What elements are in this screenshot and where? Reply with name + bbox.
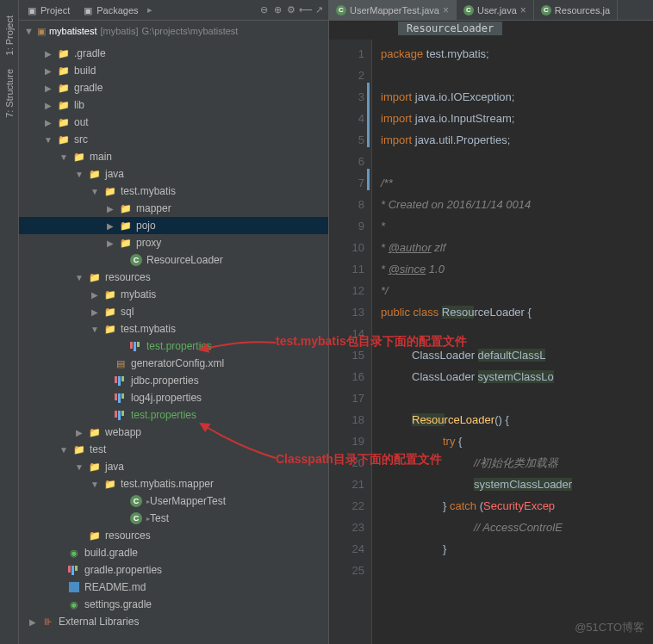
tree-proxy[interactable]: ▶📁proxy	[19, 234, 328, 251]
gradle-icon: ◉	[67, 598, 81, 611]
code-area[interactable]: 1234567891011121314151617181920212223242…	[329, 40, 653, 644]
class-icon: C	[129, 494, 143, 508]
tree-test-java[interactable]: ▼📁java	[19, 458, 328, 475]
project-breadcrumb: ▼ ▣ mybatistest [mybatis] G:\projects\my…	[19, 21, 328, 41]
package-icon: 📁	[119, 236, 133, 250]
class-icon: C	[336, 5, 346, 15]
tree-res-sql[interactable]: ▶📁sql	[19, 303, 328, 320]
tree-log4jprops[interactable]: log4j.properties	[19, 389, 328, 406]
package-icon: 📁	[103, 477, 117, 491]
class-icon: C	[541, 5, 551, 15]
xml-icon: ▤	[114, 356, 127, 370]
editor-tab-1[interactable]: CUserMapperTest.java×	[329, 0, 457, 20]
folder-icon: 📁	[57, 115, 71, 129]
tree-extlibs[interactable]: ▶⊪External Libraries	[19, 613, 328, 630]
folder-icon: 📁	[103, 288, 117, 301]
folder-icon: 📁	[57, 81, 71, 95]
editor-area: CUserMapperTest.java× CUser.java× CResou…	[329, 0, 653, 644]
project-icon: ▣	[28, 5, 38, 15]
tree-mapper[interactable]: ▶📁mapper	[19, 200, 328, 217]
tree-pojo[interactable]: ▶📁pojo	[19, 217, 328, 234]
tree-gradleprops[interactable]: gradle.properties	[19, 561, 328, 579]
tree-testprops-1[interactable]: test.properties	[19, 337, 328, 355]
tree-test[interactable]: ▼📁test	[19, 441, 328, 458]
folder-icon: 📁	[72, 150, 86, 164]
properties-icon	[114, 391, 127, 405]
project-view-tab[interactable]: ▣Project	[22, 3, 75, 17]
package-icon: 📁	[103, 184, 117, 198]
tree-lib[interactable]: ▶📁lib	[19, 96, 328, 114]
properties-icon	[114, 374, 127, 387]
class-icon: C	[129, 253, 143, 267]
tree-jdbcprops[interactable]: jdbc.properties	[19, 372, 328, 389]
folder-icon: 📁	[72, 443, 86, 456]
tree-buildgradle[interactable]: ◉build.gradle	[19, 544, 328, 561]
properties-icon	[67, 563, 81, 577]
library-icon: ⊪	[41, 615, 55, 629]
properties-icon	[129, 339, 143, 353]
target-icon[interactable]: ⊕	[271, 4, 283, 16]
tree-readme[interactable]: README.md	[19, 579, 328, 596]
tree-settingsgradle[interactable]: ◉settings.gradle	[19, 596, 328, 613]
tree-java[interactable]: ▼📁java	[19, 165, 328, 183]
packages-view-tab[interactable]: ▣Packages	[78, 3, 143, 17]
close-icon[interactable]: ×	[520, 4, 526, 16]
properties-icon	[114, 408, 127, 422]
dropdown-arrow-icon[interactable]: ▸	[147, 4, 152, 15]
tree-test-mybatis[interactable]: ▼📁test.mybatis	[19, 183, 328, 200]
tree-test-resources[interactable]: 📁resources	[19, 527, 328, 544]
tree-generatorconfig[interactable]: ▤generatorConfig.xml	[19, 355, 328, 372]
resources-folder-icon: 📁	[88, 270, 102, 284]
folder-icon: 📁	[57, 46, 71, 60]
tree-build[interactable]: ▶📁build	[19, 62, 328, 79]
hide-icon[interactable]: ⟵	[299, 4, 311, 16]
folder-icon: 📁	[103, 305, 117, 319]
folder-icon: 📁	[88, 425, 102, 439]
module-name: mybatistest	[49, 26, 97, 36]
tree-webapp[interactable]: ▶📁webapp	[19, 424, 328, 441]
markdown-icon	[67, 580, 81, 594]
tree-resources[interactable]: ▼📁resources	[19, 269, 328, 286]
folder-icon: 📁	[103, 322, 117, 336]
src-folder-icon: 📁	[88, 167, 102, 181]
class-icon: C	[463, 5, 474, 15]
tree-testprops-2[interactable]: test.properties	[19, 406, 328, 424]
resources-folder-icon: 📁	[88, 529, 102, 542]
folder-icon: 📁	[57, 98, 71, 112]
module-icon: ▣	[37, 26, 46, 37]
project-panel: ▣Project ▣Packages ▸ ⊖ ⊕ ⚙ ⟵ ↗ ▼ ▣ mybat…	[19, 0, 329, 644]
packages-icon: ▣	[84, 5, 94, 15]
editor-tab-2[interactable]: CUser.java×	[457, 0, 534, 20]
class-icon: C	[129, 511, 143, 525]
tree-src[interactable]: ▼📁src	[19, 131, 328, 148]
editor-tabs: CUserMapperTest.java× CUser.java× CResou…	[329, 0, 653, 21]
tree-out[interactable]: ▶📁out	[19, 114, 328, 131]
editor-tab-3[interactable]: CResources.ja	[534, 0, 618, 20]
tree-main[interactable]: ▼📁main	[19, 148, 328, 165]
tree-usermappertest[interactable]: C▸UserMapperTest	[19, 492, 328, 510]
code-breadcrumb[interactable]: ResourceLoader	[329, 21, 653, 40]
panel-header: ▣Project ▣Packages ▸ ⊖ ⊕ ⚙ ⟵ ↗	[19, 0, 328, 21]
structure-side-tab[interactable]: 7: Structure	[3, 62, 16, 125]
close-icon[interactable]: ×	[443, 4, 449, 16]
tree-resourceloader[interactable]: CResourceLoader	[19, 251, 328, 269]
folder-icon: 📁	[57, 64, 71, 77]
tree-res-mybatis[interactable]: ▶📁mybatis	[19, 286, 328, 303]
arrow-icon[interactable]: ↗	[313, 4, 325, 16]
tree-testclass[interactable]: C▸Test	[19, 510, 328, 527]
project-side-tab[interactable]: 1: Project	[3, 9, 16, 62]
tree-gradle-dir[interactable]: ▶📁.gradle	[19, 45, 328, 62]
collapse-icon[interactable]: ⊖	[258, 4, 270, 16]
test-src-icon: 📁	[88, 460, 102, 474]
src-folder-icon: 📁	[57, 133, 71, 146]
gear-icon[interactable]: ⚙	[285, 4, 297, 16]
watermark: @51CTO博客	[575, 620, 644, 635]
editor-gutter: 1234567891011121314151617181920212223242…	[329, 40, 372, 644]
project-tree: ▶📁.gradle ▶📁build ▶📁gradle ▶📁lib ▶📁out ▼…	[19, 41, 328, 644]
tree-res-testmybatis[interactable]: ▼📁test.mybatis	[19, 320, 328, 337]
package-icon: 📁	[119, 201, 133, 215]
tree-gradle[interactable]: ▶📁gradle	[19, 79, 328, 96]
code-content[interactable]: package test.mybatis; import java.io.IOE…	[372, 40, 653, 644]
tree-testmybatismapper[interactable]: ▼📁test.mybatis.mapper	[19, 475, 328, 492]
side-tab-bar: 1: Project 7: Structure	[0, 0, 19, 644]
